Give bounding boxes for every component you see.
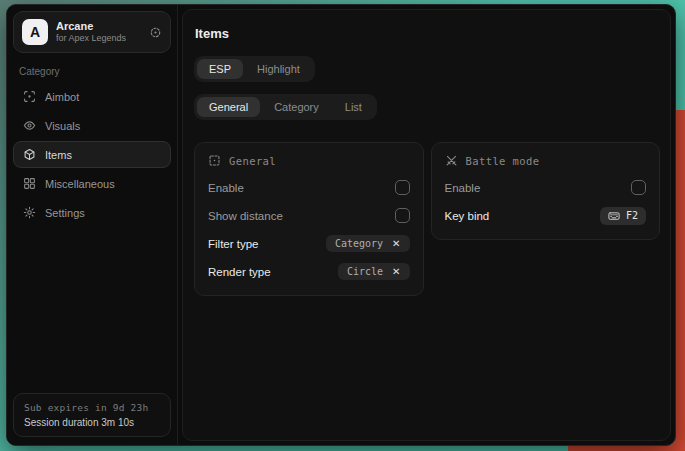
x-icon[interactable]: ✕ — [392, 239, 400, 249]
sidebar-spacer — [13, 226, 171, 393]
tab-general[interactable]: General — [197, 97, 260, 117]
checkbox-enable[interactable] — [631, 180, 646, 195]
sidebar-item-items[interactable]: Items — [13, 141, 171, 168]
brand-subtitle: for Apex Legends — [56, 33, 126, 45]
app-window: A Arcane for Apex Legends Category Aimbo… — [6, 4, 676, 446]
setting-row-filter-type: Filter type Category ✕ — [208, 231, 410, 256]
section-tabs: GeneralCategoryList — [194, 94, 377, 120]
keybind-button[interactable]: F2 — [600, 207, 646, 225]
sidebar-item-settings[interactable]: Settings — [13, 199, 171, 226]
select-filter-type[interactable]: Category ✕ — [326, 235, 410, 252]
mode-tabs: ESPHighlight — [194, 56, 315, 82]
tab-highlight[interactable]: Highlight — [245, 59, 312, 79]
setting-label: Render type — [208, 266, 271, 278]
frame-icon — [208, 154, 221, 167]
keybind-value: F2 — [626, 210, 638, 221]
main-panel: Items ESPHighlight GeneralCategoryList G… — [182, 9, 671, 441]
sidebar-item-label: Visuals — [45, 120, 80, 132]
x-icon[interactable]: ✕ — [392, 267, 400, 277]
setting-row-show-distance: Show distance — [208, 203, 410, 228]
gear-icon — [23, 206, 36, 219]
brand-logo: A — [22, 19, 48, 45]
select-render-type[interactable]: Circle ✕ — [338, 263, 410, 280]
grid-icon — [23, 177, 36, 190]
swords-icon — [445, 154, 458, 167]
page-title: Items — [195, 26, 660, 41]
panel-general: General Enable Show distance Filter type… — [194, 142, 424, 296]
sidebar-item-label: Miscellaneous — [45, 178, 115, 190]
setting-row-enable: Enable — [445, 175, 647, 200]
sidebar: A Arcane for Apex Legends Category Aimbo… — [7, 5, 178, 445]
tab-list[interactable]: List — [333, 97, 374, 117]
select-value: Category — [335, 238, 383, 249]
setting-row-render-type: Render type Circle ✕ — [208, 259, 410, 284]
sidebar-item-aimbot[interactable]: Aimbot — [13, 83, 171, 110]
tab-category[interactable]: Category — [262, 97, 331, 117]
panel-title: General — [229, 155, 276, 167]
desktop-background: A Arcane for Apex Legends Category Aimbo… — [0, 0, 685, 451]
panel-header: Battle mode — [445, 154, 647, 167]
setting-label: Filter type — [208, 238, 259, 250]
keyboard-icon — [608, 210, 620, 222]
brand-text: Arcane for Apex Legends — [56, 20, 126, 45]
setting-label: Enable — [208, 182, 244, 194]
session-info-card: Sub expires in 9d 23h Session duration 3… — [13, 393, 171, 437]
sidebar-item-visuals[interactable]: Visuals — [13, 112, 171, 139]
scope-icon[interactable] — [149, 26, 162, 39]
sidebar-item-miscellaneous[interactable]: Miscellaneous — [13, 170, 171, 197]
sidebar-item-label: Settings — [45, 207, 85, 219]
category-label: Category — [19, 66, 165, 77]
session-duration-text: Session duration 3m 10s — [24, 417, 160, 428]
eye-icon — [23, 119, 36, 132]
panel-header: General — [208, 154, 410, 167]
brand-card: A Arcane for Apex Legends — [13, 11, 171, 53]
setting-label: Key bind — [445, 210, 490, 222]
sidebar-item-label: Aimbot — [45, 91, 79, 103]
setting-row-key-bind: Key bind F2 — [445, 203, 647, 228]
settings-panels: General Enable Show distance Filter type… — [194, 142, 660, 296]
setting-label: Enable — [445, 182, 481, 194]
checkbox-enable[interactable] — [395, 180, 410, 195]
select-value: Circle — [347, 266, 383, 277]
tab-esp[interactable]: ESP — [197, 59, 243, 79]
panel-title: Battle mode — [466, 155, 540, 167]
sub-expires-text: Sub expires in 9d 23h — [24, 402, 160, 413]
box-icon — [23, 148, 36, 161]
crosshair-icon — [23, 90, 36, 103]
sidebar-item-label: Items — [45, 149, 72, 161]
panel-battle-mode: Battle mode Enable Key bind F2 — [431, 142, 661, 240]
checkbox-show-distance[interactable] — [395, 208, 410, 223]
sidebar-menu: Aimbot Visuals Items Miscellaneous Setti… — [13, 83, 171, 226]
setting-row-enable: Enable — [208, 175, 410, 200]
brand-name: Arcane — [56, 20, 126, 33]
setting-label: Show distance — [208, 210, 283, 222]
